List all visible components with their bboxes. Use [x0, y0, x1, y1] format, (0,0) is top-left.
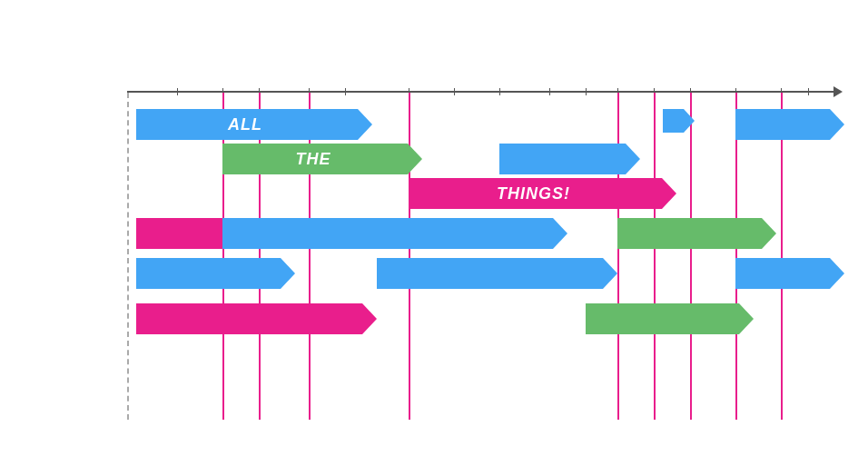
x-axis-tick: [177, 88, 178, 95]
due-date-line: [781, 93, 783, 420]
due-date-line: [690, 93, 692, 420]
due-date-line: [309, 93, 311, 420]
bar-all: ALL: [136, 109, 372, 140]
x-axis-tick: [454, 88, 455, 95]
bar-blue-r3-2: [377, 258, 617, 289]
bar-the: THE: [222, 144, 422, 174]
bar-blue-r2-2: [222, 218, 567, 249]
x-axis-tick: [808, 88, 809, 95]
due-date-line: [409, 93, 410, 420]
bar-blue-r3-3: [735, 258, 844, 289]
bar-pink-r4-1: [136, 303, 377, 334]
due-date-line: [259, 93, 261, 420]
bar-blue-far-right: [735, 109, 844, 140]
x-axis-tick: [586, 88, 587, 95]
due-date-line: [735, 93, 737, 420]
bar-green-r4-2: [586, 303, 754, 334]
due-date-line: [654, 93, 656, 420]
bar-blue-r3-1: [136, 258, 295, 289]
bar-blue-short1: [499, 144, 640, 174]
bar-things: THINGS!: [409, 178, 676, 209]
x-axis-tick: [549, 88, 550, 95]
bar-the-label: THE: [296, 150, 350, 169]
bar-things-label: THINGS!: [497, 184, 588, 203]
bar-all-label: ALL: [228, 115, 281, 134]
chart-area: ALLTHETHINGS!: [54, 36, 844, 445]
due-date-line: [222, 93, 224, 420]
y-axis-dashed: [127, 93, 129, 420]
x-axis-tick: [835, 88, 836, 95]
x-axis: [127, 91, 835, 93]
due-date-line: [617, 93, 619, 420]
x-axis-tick: [345, 88, 346, 95]
x-axis-tick: [499, 88, 500, 95]
bar-green-r2-3: [617, 218, 776, 249]
